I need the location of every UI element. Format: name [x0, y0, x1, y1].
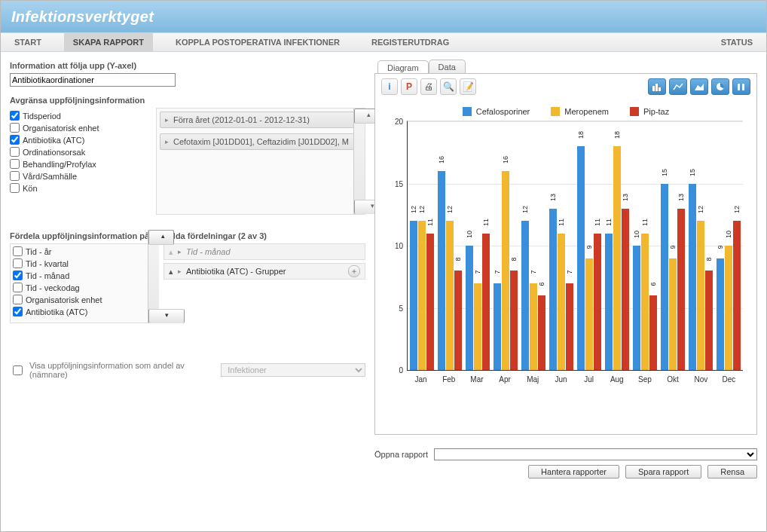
- bar: 18: [613, 146, 621, 370]
- save-report-button[interactable]: Spara rapport: [625, 465, 701, 478]
- checkbox-kon[interactable]: [10, 183, 20, 193]
- checkbox-tidsperiod[interactable]: [10, 111, 20, 121]
- chart-type-pie-icon[interactable]: [711, 78, 729, 95]
- dist-weekday[interactable]: Tid - veckodag: [13, 283, 145, 292]
- menu-koppla[interactable]: KOPPLA POSTOPERATIVA INFEKTIONER: [167, 33, 349, 51]
- chart-type-area-icon[interactable]: [690, 78, 708, 95]
- bar-value-label: 8: [705, 257, 713, 261]
- filter-value-tidsperiod[interactable]: ▸Förra året (2012-01-01 - 2012-12-31): [160, 112, 362, 128]
- bar: 9: [669, 258, 677, 371]
- chart-type-line-icon[interactable]: [669, 78, 687, 95]
- bar: 12: [410, 221, 417, 370]
- filter-orsak[interactable]: Ordinationsorsak: [10, 147, 153, 157]
- filter-scrollbar[interactable]: ▴ ▾: [353, 109, 365, 214]
- bar-value-label: 13: [549, 193, 557, 200]
- add-icon[interactable]: ＋: [348, 265, 360, 277]
- yaxis-select[interactable]: Antibiotikaordinationer: [10, 73, 176, 87]
- chart-type-bar-icon[interactable]: [648, 78, 666, 95]
- bar: 7: [474, 283, 481, 371]
- bar-group: 15913: [659, 121, 687, 370]
- checkbox-vard[interactable]: [10, 171, 20, 181]
- bar-value-label: 11: [594, 218, 601, 225]
- reorder-handle-icon[interactable]: ▴: [169, 247, 173, 257]
- bar-group: 18911: [575, 121, 603, 370]
- checkbox-dist-quarter[interactable]: [13, 258, 23, 268]
- filter-beh[interactable]: Behandling/Profylax: [10, 159, 153, 169]
- selected-month-row[interactable]: ▴ ▸ Tid - månad: [163, 243, 365, 260]
- bar-value-label: 7: [566, 270, 573, 274]
- x-tick-label: Aug: [603, 371, 631, 384]
- filter-vard[interactable]: Vård/Samhälle: [10, 171, 153, 181]
- legend-swatch: [551, 107, 560, 116]
- y-tick-label: 0: [399, 366, 408, 375]
- info-icon[interactable]: i: [381, 78, 398, 95]
- bar: 15: [689, 184, 696, 371]
- dist-atc[interactable]: Antibiotika (ATC): [13, 307, 145, 316]
- edit-icon[interactable]: 📝: [460, 78, 476, 95]
- menu-create-report[interactable]: SKAPA RAPPORT: [64, 33, 153, 51]
- menu-start[interactable]: START: [5, 33, 50, 51]
- svg-rect-5: [738, 84, 740, 90]
- legend-label: Meropenem: [564, 107, 609, 116]
- dist-quarter[interactable]: Tid - kvartal: [13, 258, 145, 268]
- x-tick-label: Dec: [715, 371, 743, 384]
- legend-label: Cefalosporiner: [476, 107, 530, 116]
- checkbox-dist-month[interactable]: [13, 271, 23, 280]
- bar-groups: 1212111612810711716812761311718911111813…: [408, 121, 743, 370]
- dist-org[interactable]: Organisatorisk enhet: [13, 295, 145, 304]
- filter-tidsperiod[interactable]: Tidsperiod: [10, 111, 153, 121]
- dist-scrollbar[interactable]: ▴ ▾: [148, 230, 159, 323]
- x-tick-label: Apr: [491, 371, 519, 384]
- scroll-up-icon[interactable]: ▴: [148, 230, 174, 245]
- dist-year[interactable]: Tid - år: [13, 246, 145, 256]
- bar-group: 10711: [463, 121, 491, 370]
- legend-item: Pip-taz: [630, 107, 669, 116]
- distribute-title: Fördela uppföljningsinformation på: [10, 231, 159, 240]
- checkbox-proportion[interactable]: [13, 365, 23, 375]
- clear-button[interactable]: Rensa: [707, 465, 757, 478]
- checkbox-dist-weekday[interactable]: [13, 283, 23, 292]
- checkbox-org[interactable]: [10, 123, 20, 133]
- filter-value-atc[interactable]: ▸Cefotaxim [J01DD01], Ceftazidim [J01DD0…: [160, 133, 362, 150]
- bar: 12: [521, 221, 529, 370]
- chart-type-col-icon[interactable]: [732, 78, 750, 95]
- bar-group: 91012: [715, 121, 743, 370]
- tab-data[interactable]: Data: [429, 60, 466, 74]
- checkbox-dist-atc[interactable]: [13, 307, 23, 316]
- svg-rect-1: [655, 84, 658, 91]
- scroll-down-icon[interactable]: ▾: [148, 309, 185, 323]
- print-icon[interactable]: 🖨: [420, 78, 437, 95]
- filter-kon[interactable]: Kön: [10, 183, 153, 193]
- checkbox-dist-year[interactable]: [13, 246, 23, 256]
- manage-reports-button[interactable]: Hantera rapporter: [528, 465, 619, 478]
- chart-legend: CefalosporinerMeropenemPip-taz: [381, 107, 750, 116]
- reorder-handle-icon[interactable]: ▴: [169, 267, 173, 277]
- menu-status[interactable]: STATUS: [712, 33, 762, 51]
- menu-registerutdrag[interactable]: REGISTERUTDRAG: [362, 33, 458, 51]
- selected-atc-row[interactable]: ▴ ▸ Antibiotika (ATC) - Grupper ＋: [163, 263, 365, 280]
- bar-value-label: 7: [494, 270, 501, 274]
- filter-org[interactable]: Organisatorisk enhet: [10, 123, 153, 133]
- bar: 6: [649, 295, 657, 370]
- checkbox-orsak[interactable]: [10, 147, 20, 157]
- dist-month[interactable]: Tid - månad: [13, 271, 145, 280]
- checkbox-dist-org[interactable]: [13, 295, 23, 304]
- bar: 16: [438, 171, 445, 370]
- checkbox-atc[interactable]: [10, 135, 20, 145]
- bar-value-label: 18: [577, 131, 585, 139]
- zoom-icon[interactable]: 🔍: [440, 78, 457, 95]
- y-tick-label: 20: [395, 118, 408, 126]
- report-footer: Öppna rapport Hantera rapporter Spara ra…: [374, 448, 757, 478]
- checkbox-beh[interactable]: [10, 159, 20, 169]
- bar: 13: [677, 209, 685, 371]
- bar: 7: [530, 283, 537, 371]
- filter-area: Tidsperiod Organisatorisk enhet Antibiot…: [10, 108, 365, 215]
- bar-value-label: 10: [633, 231, 640, 238]
- powerpoint-icon[interactable]: P: [401, 78, 417, 95]
- bar-value-label: 6: [538, 282, 545, 286]
- filter-title: Avgränsa uppföljningsinformation: [10, 96, 365, 105]
- bar: 7: [494, 283, 501, 371]
- bar-value-label: 7: [474, 270, 481, 274]
- open-report-select[interactable]: [434, 448, 757, 460]
- filter-atc[interactable]: Antibiotika (ATC): [10, 135, 153, 145]
